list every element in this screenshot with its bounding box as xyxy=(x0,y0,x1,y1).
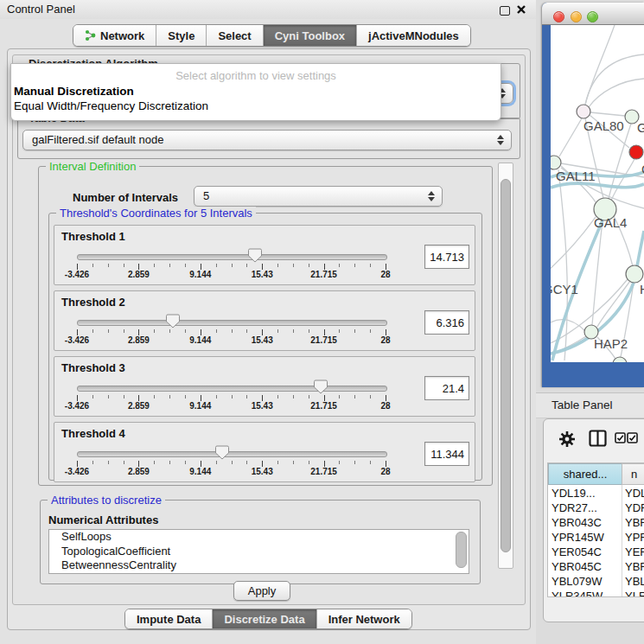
column-header-2[interactable]: n xyxy=(622,463,644,485)
combo-stepper-icon xyxy=(428,190,435,202)
tick-mark xyxy=(201,461,201,467)
threshold-value-field[interactable]: 11.344 xyxy=(424,442,469,466)
threshold-value-field[interactable]: 21.4 xyxy=(424,376,469,400)
tick-label: 15.43 xyxy=(252,401,273,411)
scrollbar-thumb[interactable] xyxy=(501,179,511,552)
tab-network[interactable]: Network xyxy=(73,25,156,46)
network-window-titlebar[interactable] xyxy=(542,3,644,25)
close-icon[interactable] xyxy=(516,4,526,15)
zoom-light[interactable] xyxy=(587,11,598,22)
slider-thumb[interactable] xyxy=(314,379,328,394)
tab-label: Infer Network xyxy=(328,613,400,626)
threshold-panel: Threshold 4-3.4262.8599.14415.4321.71528… xyxy=(54,422,475,482)
tick-mark xyxy=(246,395,247,399)
table-panel-titlebar: Table Panel xyxy=(536,392,644,418)
table-row[interactable]: YBR043CYBR0 xyxy=(548,515,644,530)
table-row[interactable]: YDR27...YDR2 xyxy=(548,501,644,515)
tick-mark xyxy=(92,395,93,399)
tick-mark xyxy=(262,329,263,335)
tab-style[interactable]: Style xyxy=(156,25,207,46)
vertical-scrollbar[interactable] xyxy=(498,163,513,569)
tick-label: 9.144 xyxy=(189,467,211,476)
numerical-attributes-list[interactable]: SelfLoopsTopologicalCoefficientBetweenne… xyxy=(48,529,469,574)
network-edge xyxy=(597,281,630,327)
table-data-combobox[interactable]: galFiltered.sif default node xyxy=(22,130,512,150)
table-row[interactable]: YBL079WYBL0 xyxy=(548,574,644,589)
table-cell: YDR27... xyxy=(552,501,621,515)
tab-cyni-toolbox[interactable]: Cyni Toolbox xyxy=(264,25,357,46)
tick-mark xyxy=(324,395,325,401)
float-window-icon[interactable] xyxy=(500,6,510,16)
tick-label: -3.426 xyxy=(65,467,89,476)
column-header-1[interactable]: shared... xyxy=(548,463,622,485)
tick-mark xyxy=(138,264,139,270)
tab-select[interactable]: Select xyxy=(207,25,263,46)
threshold-value-field[interactable]: 6.316 xyxy=(424,310,469,335)
network-canvas[interactable]: GAL80GGAL11CGAL4GCY1HHAP2 xyxy=(551,25,644,362)
tick-mark xyxy=(169,461,170,464)
slider-track[interactable] xyxy=(77,451,387,457)
slider-thumb[interactable] xyxy=(166,314,180,328)
list-scrollbar[interactable] xyxy=(456,532,467,568)
gear-icon[interactable] xyxy=(558,430,577,449)
tick-label: 2.859 xyxy=(128,270,150,279)
slider-track[interactable] xyxy=(77,254,387,260)
tab-impute-data[interactable]: Impute Data xyxy=(125,609,213,628)
attribute-list-item[interactable]: BetweennessCentrality xyxy=(49,558,469,573)
tick-mark xyxy=(370,329,371,333)
slider-thumb[interactable] xyxy=(248,248,262,263)
slider-track[interactable] xyxy=(77,320,387,326)
close-light[interactable] xyxy=(553,11,564,22)
table-row[interactable]: YBR045CYBR0 xyxy=(548,559,644,574)
network-graph[interactable]: GAL80GGAL11CGAL4GCY1HHAP2 xyxy=(551,25,644,362)
columns-icon[interactable] xyxy=(589,430,607,447)
slider-thumb[interactable] xyxy=(215,445,229,460)
node-GAL11[interactable] xyxy=(551,156,561,169)
checkbox-checked-icon[interactable] xyxy=(615,432,626,443)
tab-discretize-data[interactable]: Discretize Data xyxy=(213,609,316,628)
tick-mark xyxy=(216,461,217,464)
tick-mark xyxy=(262,395,263,401)
node-H[interactable] xyxy=(626,265,643,283)
slider-track[interactable] xyxy=(77,386,387,392)
popup-option[interactable]: Manual Discretization xyxy=(14,85,134,98)
table-row[interactable]: YDL19...YDL1 xyxy=(548,486,644,501)
node-attribute-table[interactable]: shared...n YDL19...YDL1YDR27...YDR2YBR04… xyxy=(547,462,644,597)
tick-label: -3.426 xyxy=(65,401,89,411)
tick-mark xyxy=(92,461,93,464)
tab-label: jActiveMNodules xyxy=(368,29,459,42)
tick-mark xyxy=(324,461,325,467)
tab-infer-network[interactable]: Infer Network xyxy=(317,609,411,628)
popup-option[interactable]: Equal Width/Frequency Discretization xyxy=(14,99,208,112)
node-GAL80[interactable] xyxy=(577,105,590,118)
tick-mark xyxy=(386,264,386,270)
tick-mark xyxy=(293,461,294,464)
attribute-list-item[interactable]: SelfLoops xyxy=(49,530,469,545)
table-row[interactable]: YER054CYER0 xyxy=(548,545,644,559)
tick-label: 28 xyxy=(380,335,390,345)
tick-mark xyxy=(309,329,309,333)
checkbox-checked-icon[interactable] xyxy=(627,432,638,443)
slider-zone: -3.4262.8599.14415.4321.71528 xyxy=(77,291,386,350)
network-edge xyxy=(589,79,644,107)
tab-label: Select xyxy=(218,29,251,42)
tick-mark xyxy=(386,329,386,335)
table-cell: YDR2 xyxy=(625,501,644,515)
tab-jactivemnodules[interactable]: jActiveMNodules xyxy=(357,25,470,46)
number-of-intervals-combobox[interactable]: 5 xyxy=(194,186,443,207)
node-red[interactable] xyxy=(629,145,643,159)
node-label: GCY1 xyxy=(551,282,578,296)
numerical-attributes-label: Numerical Attributes xyxy=(48,513,158,526)
tick-label: 15.43 xyxy=(252,335,273,345)
tick-mark xyxy=(232,264,233,267)
table-row[interactable]: YPR145WYPR1 xyxy=(548,530,644,545)
table-row[interactable]: YLR345WYLR3 xyxy=(548,589,644,597)
tick-mark xyxy=(309,395,309,399)
apply-button[interactable]: Apply xyxy=(233,581,290,601)
threshold-panel: Threshold 3-3.4262.8599.14415.4321.71528… xyxy=(54,356,475,417)
tick-label: 2.859 xyxy=(128,335,150,345)
minimize-light[interactable] xyxy=(571,11,582,22)
attribute-list-item[interactable]: TopologicalCoefficient xyxy=(49,545,469,559)
threshold-value-field[interactable]: 14.713 xyxy=(424,245,469,269)
tick-mark xyxy=(185,461,186,464)
